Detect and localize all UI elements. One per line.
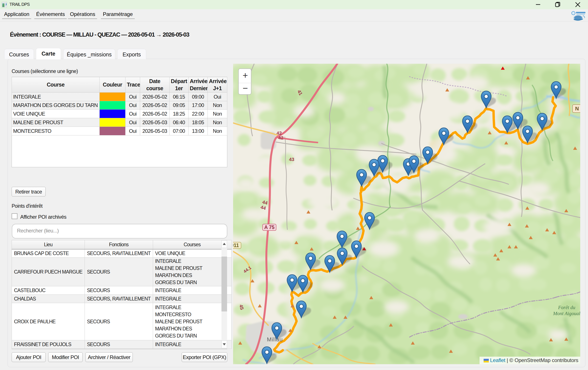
svg-text:42: 42 xyxy=(278,135,284,141)
svg-text:911: 911 xyxy=(233,243,239,248)
svg-text:A 75: A 75 xyxy=(264,224,275,230)
svg-text:Forêt du: Forêt du xyxy=(558,305,575,310)
svg-text:N 1: N 1 xyxy=(575,106,580,112)
svg-text:43: 43 xyxy=(289,157,294,162)
svg-text:Mont Aigoual: Mont Aigoual xyxy=(553,311,580,316)
